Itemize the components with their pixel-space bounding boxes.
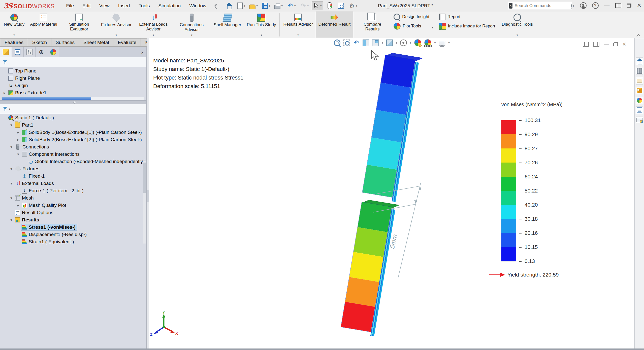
view-settings-icon[interactable] xyxy=(439,41,445,46)
simulation-tree-vertical-scrollbar[interactable] xyxy=(143,160,146,244)
results-advisor-button[interactable]: Results Advisor▾ xyxy=(280,12,315,38)
hide-show-items-icon[interactable] xyxy=(400,40,407,46)
simulation-tree-filter[interactable]: ▾ xyxy=(0,104,146,114)
connections-advisor-button[interactable]: Connections Advisor▾ xyxy=(173,12,211,38)
dimxpert-manager-tab[interactable]: ⊕ xyxy=(36,47,47,57)
zoom-fit-icon[interactable] xyxy=(334,40,340,46)
design-insight-button[interactable]: Design Insight xyxy=(394,14,433,20)
menu-view[interactable]: View xyxy=(99,3,110,9)
close-button[interactable]: ✕ xyxy=(637,2,641,9)
zoom-area-icon[interactable] xyxy=(343,40,350,46)
fixtures-advisor-button[interactable]: Fixtures Advisor▾ xyxy=(98,12,134,38)
appearances-button[interactable] xyxy=(636,97,643,104)
expand-caret-fixtures[interactable]: ▾ xyxy=(8,167,14,171)
expand-caret-solidbody-2-boss-extrude1-2-plain-carbon-ste[interactable]: ▸ xyxy=(15,137,21,142)
pane-display-icon[interactable] xyxy=(615,3,621,8)
task-pane-home-button[interactable] xyxy=(636,57,643,65)
annotation-views-icon[interactable] xyxy=(372,40,379,46)
dropdown-caret[interactable]: ▾ xyxy=(410,41,411,45)
legend-color-bar[interactable] xyxy=(501,120,516,261)
tab-evaluate[interactable]: Evaluate xyxy=(113,38,141,47)
tree-item-mesh[interactable]: ▾Mesh xyxy=(0,194,146,202)
design-library-button[interactable] xyxy=(636,67,643,75)
tab-surfaces[interactable]: Surfaces xyxy=(51,38,79,47)
tree-item-static-1-default[interactable]: Static 1 (-Default-) xyxy=(0,114,146,121)
section-view-icon[interactable] xyxy=(363,40,369,46)
options-button[interactable]: ⚙▾ xyxy=(347,2,359,10)
tree-item-displacement1-res-disp[interactable]: uDisplacement1 (-Res disp-) xyxy=(0,231,146,238)
property-manager-tab[interactable] xyxy=(12,47,24,57)
help-icon[interactable]: ? xyxy=(592,2,599,9)
dropdown-caret[interactable]: ▾ xyxy=(396,41,397,45)
user-account-icon[interactable] xyxy=(580,2,587,9)
tree-item-part1[interactable]: ▾Part1 xyxy=(0,121,146,129)
model-body-lower[interactable] xyxy=(341,202,392,332)
run-this-study-button[interactable]: Run This Study▾ xyxy=(244,12,279,38)
feature-tree-horizontal-scrollbar[interactable] xyxy=(2,97,144,100)
expand-caret-mesh[interactable]: ▾ xyxy=(8,196,14,200)
restore-button[interactable] xyxy=(627,4,631,8)
tree-item-origin[interactable]: ↳Origin xyxy=(0,82,146,89)
tree-item-right-plane[interactable]: Right Plane xyxy=(0,74,146,82)
plot-tools-button[interactable]: Plot Tools▾ xyxy=(394,23,433,30)
menu-edit[interactable]: Edit xyxy=(82,3,91,9)
include-image-for-report-button[interactable]: Include Image for Report xyxy=(439,23,495,30)
tree-item-results[interactable]: ▾Results xyxy=(0,216,146,223)
stoplight-button[interactable] xyxy=(325,1,334,10)
print-button[interactable]: ▾ xyxy=(273,2,284,10)
expand-caret-connections[interactable]: ▾ xyxy=(8,145,14,149)
dropdown-caret[interactable]: ▾ xyxy=(382,41,383,45)
model-body-upper[interactable] xyxy=(362,55,415,198)
search-dropdown-caret[interactable]: ▾ xyxy=(573,4,574,8)
shell-manager-button[interactable]: Shell Manager xyxy=(211,12,244,38)
tree-item-external-loads[interactable]: ▾↓External Loads xyxy=(0,180,146,187)
expand-caret-part1[interactable]: ▾ xyxy=(8,123,14,127)
panel-graphics-divider[interactable] xyxy=(147,38,149,348)
tree-item-strain1-equivalent[interactable]: εStrain1 (-Equivalent-) xyxy=(0,238,146,245)
home-button[interactable] xyxy=(224,2,234,10)
feature-manager-tab[interactable] xyxy=(0,47,12,57)
graphics-viewport[interactable]: Model name: Part_SWx2025 Study name: Sta… xyxy=(149,38,634,348)
tree-item-mesh-quality-plot[interactable]: ▸Mesh Quality Plot xyxy=(0,202,146,209)
redo-button[interactable]: ↷▾ xyxy=(299,2,310,10)
tree-item-force-1-per-item-2-lbf[interactable]: ↓Force-1 (:Per item: -2 lbf:) xyxy=(0,187,146,194)
expand-caret-mesh-quality-plot[interactable]: ▸ xyxy=(15,203,21,208)
forum-button[interactable] xyxy=(636,116,643,124)
scrollbar-thumb[interactable] xyxy=(143,163,146,193)
pane-left-icon[interactable] xyxy=(583,42,589,47)
display-manager-tab[interactable] xyxy=(47,47,59,57)
dropdown-caret[interactable]: ▾ xyxy=(448,41,450,45)
diagnostic-tools-button[interactable]: Diagnostic Tools▾ xyxy=(499,12,535,38)
tab-sketch[interactable]: Sketch xyxy=(28,38,51,47)
dropdown-caret[interactable]: ▾ xyxy=(434,41,436,45)
tree-item-connections[interactable]: ▾Connections xyxy=(0,143,146,150)
previous-view-icon[interactable]: ↶ xyxy=(353,40,360,46)
new-study-button[interactable]: New Study▾ xyxy=(1,12,27,38)
tree-item-solidbody-2-boss-extrude1-2-plain-carbon-ste[interactable]: ▸SolidBody 2(Boss-Extrude1[2]) (-Plain C… xyxy=(0,136,146,143)
panel-expand-arrow[interactable]: › xyxy=(138,47,146,57)
menu-simulation[interactable]: Simulation xyxy=(158,3,181,9)
pin-menu-icon[interactable] xyxy=(213,4,218,8)
open-button[interactable]: ▾ xyxy=(248,2,259,10)
compare-results-button[interactable]: Compare Results xyxy=(353,12,392,38)
menu-file[interactable]: File xyxy=(66,3,74,9)
expand-caret-external-loads[interactable]: ▾ xyxy=(8,181,14,186)
menu-window[interactable]: Window xyxy=(189,3,206,9)
document-properties-button[interactable] xyxy=(336,1,346,10)
menu-insert[interactable]: Insert xyxy=(118,3,130,9)
expand-caret-component-interactions[interactable]: ▾ xyxy=(15,152,21,157)
search-icon[interactable] xyxy=(571,4,572,8)
expand-caret-boss-extrude1[interactable]: ▸ xyxy=(2,91,8,95)
search-input[interactable] xyxy=(514,3,571,9)
scrollbar-thumb[interactable] xyxy=(2,97,91,100)
file-explorer-button[interactable] xyxy=(636,77,643,85)
expand-caret-results[interactable]: ▾ xyxy=(8,218,14,222)
expand-caret-solidbody-1-boss-extrude1-1-plain-carbon-ste[interactable]: ▸ xyxy=(15,130,21,135)
custom-properties-button[interactable] xyxy=(636,106,643,114)
select-tool-button[interactable]: ▾ xyxy=(312,2,323,10)
feature-tree-filter[interactable] xyxy=(0,57,146,67)
tree-item-solidbody-1-boss-extrude1-1-plain-carbon-ste[interactable]: ▸SolidBody 1(Boss-Extrude1[1]) (-Plain C… xyxy=(0,129,146,136)
view-orientation-icon[interactable] xyxy=(386,40,393,46)
menu-tools[interactable]: Tools xyxy=(139,3,150,9)
viewport-minimize-icon[interactable]: — xyxy=(604,41,609,48)
